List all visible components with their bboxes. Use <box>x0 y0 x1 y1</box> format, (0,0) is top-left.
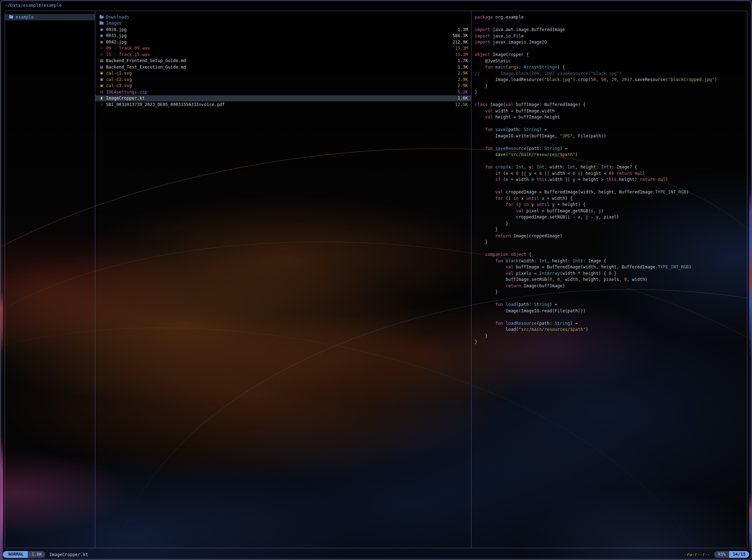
breadcrumb-path: ~/Data/example/example <box>5 2 62 9</box>
code-line: } <box>475 89 747 96</box>
code-line: import java.io.File <box>475 33 747 40</box>
file-row[interactable]: ▤Backend_Test_Execution_Guide.md1.3K <box>95 64 471 70</box>
code-line: @JvmStatic <box>475 58 747 65</box>
file-size: 2.9K <box>455 77 468 82</box>
scroll-percent-badge: 93% <box>714 551 729 558</box>
code-line: package org.example <box>475 14 747 21</box>
svg-file-icon: ▣ <box>100 84 104 87</box>
file-row[interactable]: Images <box>95 20 471 27</box>
code-line: Image.loadResource("black.jpg").crop(50,… <box>475 77 747 83</box>
code-line <box>475 158 747 165</box>
code-line <box>475 183 747 190</box>
file-name: cal-c2.svg <box>106 77 132 82</box>
file-row[interactable]: ▣cal-c2.svg2.9K <box>95 76 471 83</box>
code-line: croppedImage.setRGB(i - x, j - y, pixel) <box>475 214 747 221</box>
code-line: fun load(path: String) = <box>475 302 747 308</box>
cursor-position-badge: 14/15 <box>729 551 749 558</box>
folder-icon <box>100 22 104 25</box>
code-line: if (x < 0 || y < 0 || width < 0 || heigh… <box>475 171 747 177</box>
code-line: } <box>475 239 747 246</box>
code-line: for (j in y until y + height) { <box>475 202 747 208</box>
file-size: 2.9K <box>455 71 468 76</box>
code-line: import java.awt.image.BufferedImage <box>475 27 747 33</box>
file-size: 15.3M <box>452 46 468 51</box>
parent-pane: example <box>5 11 95 548</box>
audio-file-icon: ∩ <box>100 46 104 50</box>
folder-icon <box>9 16 13 19</box>
file-size: 5.2K <box>455 90 468 95</box>
code-line: val width = buffImage.width <box>475 108 747 115</box>
file-name: 0031.jpg <box>106 33 127 38</box>
file-name: 0028.jpg <box>106 27 127 32</box>
code-line: } <box>475 83 747 90</box>
file-row[interactable]: ⊟IDEAsettings.zip5.2K <box>95 89 471 95</box>
code-line: val croppedImage = BufferedImage(width, … <box>475 189 747 196</box>
code-line: } <box>475 339 747 345</box>
svg-file-icon: ▣ <box>100 78 104 81</box>
file-row[interactable]: ▣cal-c3.svg2.9K <box>95 83 471 89</box>
file-name: Backend_Test_Execution_Guide.md <box>106 65 186 70</box>
parent-dir-item[interactable]: example <box>5 14 95 20</box>
file-row[interactable]: Downloads <box>95 14 471 20</box>
file-size: 586.3K <box>450 33 468 38</box>
code-preview: package org.example import java.awt.imag… <box>471 11 747 345</box>
code-line: val buffImage = BufferedImage(width, hei… <box>475 264 747 271</box>
file-name: IDEAsettings.zip <box>106 90 147 95</box>
code-line <box>475 96 747 102</box>
code-line: return Image(buffImage) <box>475 283 747 289</box>
file-name: ImageCropper.kt <box>106 96 145 101</box>
code-line: } <box>475 227 747 233</box>
zip-file-icon: ⊟ <box>100 90 104 94</box>
code-line: companion object { <box>475 252 747 258</box>
file-size: 2.9K <box>455 83 468 88</box>
audio-file-icon: ∩ <box>100 53 104 56</box>
file-name: 09 - Track 09.wav <box>106 46 150 51</box>
code-line <box>475 296 747 302</box>
file-row[interactable]: ▤Backend_Frontend_Setup_Guide.md1.7K <box>95 58 471 64</box>
current-directory-pane: DownloadsImages▣0028.jpg1.3M▣0031.jpg586… <box>95 11 471 548</box>
svg-file-icon: ▣ <box>100 71 104 75</box>
code-line: fun saveResource(path: String) = <box>475 146 747 152</box>
code-line: Image(ImageIO.read(File(path))) <box>475 308 747 314</box>
file-row[interactable]: ▣0028.jpg1.3M <box>95 26 471 33</box>
code-line: class Image(val buffImage: BufferedImage… <box>475 102 747 108</box>
file-name: Downloads <box>106 15 129 20</box>
code-line: fun loadResource(path: String) = <box>475 321 747 327</box>
file-name: cal-c3.svg <box>106 83 132 88</box>
mode-badge: NORMAL <box>3 551 28 558</box>
code-line: } <box>475 221 747 227</box>
code-line: val pixels = IntArray(width * height) { … <box>475 271 747 277</box>
file-name: Backend_Frontend_Setup_Guide.md <box>106 58 186 63</box>
code-line: if (x + width > this.width || y + height… <box>475 177 747 183</box>
code-line: // Image.black(100, 100).saveResource("b… <box>475 71 747 77</box>
file-size: 1.3M <box>455 27 468 32</box>
file-row[interactable]: ∩15 - Track 15.wav15.3M <box>95 51 471 58</box>
code-line: buffImage.setRGB(0, 0, width, height, pi… <box>475 277 747 283</box>
code-line <box>475 314 747 321</box>
code-line: } <box>475 333 747 339</box>
file-row[interactable]: ▣0042.jpg212.9K <box>95 39 471 45</box>
file-row[interactable]: ▣0031.jpg586.3K <box>95 33 471 39</box>
code-line: object ImageCropper { <box>475 52 747 58</box>
code-line <box>475 246 747 252</box>
file-row[interactable]: ▯SBI_0032013739_2023_DE05_0003155631Invo… <box>95 101 471 108</box>
preview-pane: package org.example import java.awt.imag… <box>471 11 747 548</box>
file-row[interactable]: ▮ImageCropper.kt1.6K <box>95 95 471 102</box>
file-size: 212.9K <box>450 40 468 45</box>
file-name: 0042.jpg <box>106 40 127 45</box>
image-file-icon: ▣ <box>100 28 104 31</box>
code-line <box>475 21 747 27</box>
yazi-panes: example DownloadsImages▣0028.jpg1.3M▣003… <box>5 11 747 548</box>
code-line: return Image(croppedImage) <box>475 233 747 239</box>
file-row[interactable]: ▣cal-c1.svg2.9K <box>95 70 471 77</box>
code-line: } <box>475 289 747 296</box>
code-line <box>475 121 747 127</box>
pdf-file-icon: ▯ <box>100 103 104 106</box>
file-size: 1.3K <box>455 65 468 70</box>
file-name: SBI_0032013739_2023_DE05_0003155631Invoi… <box>106 102 224 107</box>
file-name: cal-c1.svg <box>106 71 132 76</box>
file-permissions: -rw-r--r-- <box>684 552 710 557</box>
wallpaper-edge-glow <box>0 0 3 560</box>
markdown-file-icon: ▤ <box>100 65 104 69</box>
file-row[interactable]: ∩09 - Track 09.wav15.3M <box>95 45 471 52</box>
